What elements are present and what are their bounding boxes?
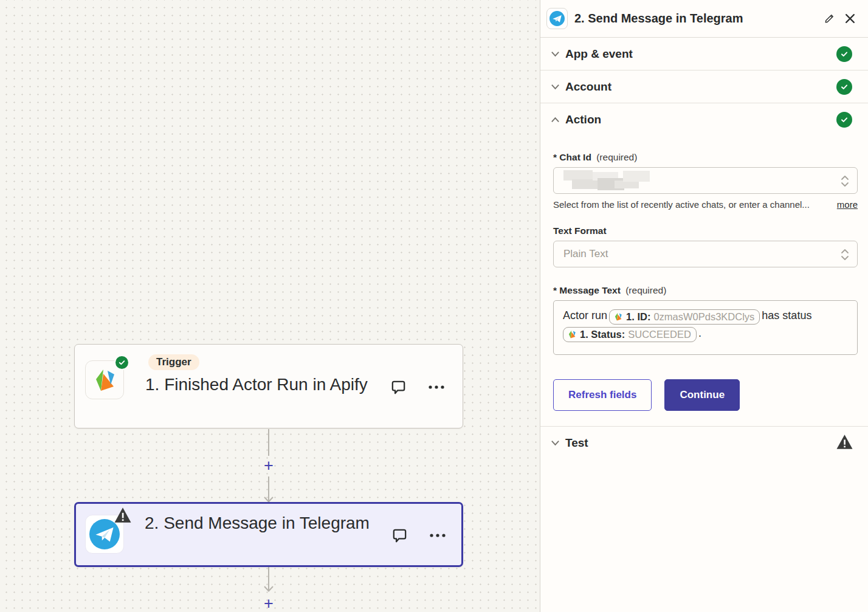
warning-triangle-icon [114,507,132,523]
refresh-fields-button[interactable]: Refresh fields [553,379,652,411]
arrow-down-icon [263,586,275,592]
check-icon [840,115,849,124]
ellipsis-icon [427,384,446,390]
chat-id-label-row: * Chat Id (required) [553,152,858,163]
section-label: Test [565,436,836,450]
required-marker: * [553,285,557,295]
step-connector: + [261,567,276,612]
section-app-event[interactable]: App & event [540,38,868,70]
section-complete-badge [836,79,852,95]
form-buttons: Refresh fields Continue [553,379,858,411]
comment-icon [390,379,407,396]
apify-logo-icon [567,329,577,339]
message-text-segment: has status [762,309,811,321]
redacted-value [563,168,661,193]
continue-button[interactable]: Continue [664,379,740,411]
check-icon [840,50,849,58]
rename-step-button[interactable] [821,11,837,27]
step-warning-badge [114,507,132,526]
required-marker: * [553,152,557,162]
chat-id-select[interactable] [553,167,858,194]
text-format-label: Text Format [553,225,607,236]
action-step-title: 2. Send Message in Telegram [145,511,370,535]
step-menu-button[interactable] [427,378,446,396]
panel-header: 2. Send Message in Telegram [540,0,868,38]
test-section-wrap: Test [540,426,868,459]
check-icon [118,359,126,366]
section-account[interactable]: Account [540,70,868,103]
message-text-label-row: * Message Text (required) [553,285,858,296]
message-text-segment: . [698,327,701,339]
chat-id-helper-text: Select from the list of recently active … [553,199,837,210]
section-label: Action [565,113,836,126]
check-icon [840,83,849,91]
telegram-app-icon [546,8,568,29]
telegram-app-icon [85,515,124,554]
token-value: 0zmasW0Pds3KDClys [653,308,754,326]
section-complete-badge [836,112,852,128]
more-link[interactable]: more [837,199,858,210]
close-icon [845,13,855,24]
pencil-icon [824,13,835,24]
add-note-button[interactable] [390,526,408,545]
step-connector: + [261,429,276,503]
add-step-button[interactable]: + [261,458,276,473]
action-form: * Chat Id (required) Select from the lis… [540,136,868,411]
chat-id-helper-row: Select from the list of recently active … [553,199,858,210]
section-action[interactable]: Action [540,103,868,136]
section-complete-badge [836,46,852,62]
comment-icon [391,527,408,545]
message-text-label: Message Text [559,285,621,295]
add-step-button[interactable]: + [261,596,276,611]
chevron-down-icon [549,81,560,92]
text-format-value: Plain Text [563,248,608,260]
select-stepper-icon [840,175,850,187]
chevron-down-icon [549,438,560,449]
step-menu-button[interactable] [429,526,447,545]
apify-app-icon [85,360,124,399]
section-warning-badge [836,434,853,452]
chevron-up-icon [549,114,560,125]
ellipsis-icon [429,532,447,538]
trigger-step-card[interactable]: Trigger 1. Finished Actor Run in Apify [74,344,463,428]
add-note-button[interactable] [389,378,407,396]
message-text-editor[interactable]: Actor run1. ID:0zmasW0Pds3KDClyshas stat… [553,300,858,355]
apify-logo-icon [613,312,623,321]
telegram-logo-icon [549,11,565,26]
trigger-badge: Trigger [148,354,199,370]
step-success-badge [114,355,129,370]
text-format-select[interactable]: Plain Text [553,241,858,267]
trigger-step-title: 1. Finished Actor Run in Apify [145,373,370,396]
chat-id-label: Chat Id [559,152,591,162]
token-value: SUCCEEDED [628,326,691,343]
section-label: Account [565,80,836,94]
required-note: (required) [596,152,637,162]
required-note: (required) [625,285,666,295]
chevron-down-icon [549,49,560,60]
section-label: App & event [565,47,836,61]
connector-line [268,429,269,456]
field-token-id[interactable]: 1. ID:0zmasW0Pds3KDClys [609,309,760,325]
step-settings-panel: 2. Send Message in Telegram App & event [540,0,868,612]
token-label: 1. Status: [580,326,625,343]
select-stepper-icon [840,249,850,261]
message-text-segment: Actor run [563,309,607,321]
panel-title: 2. Send Message in Telegram [574,12,816,26]
text-format-label-row: Text Format [553,225,858,236]
field-token-status[interactable]: 1. Status:SUCCEEDED [563,327,697,342]
section-test[interactable]: Test [540,427,868,459]
token-label: 1. ID: [626,308,650,326]
action-step-card[interactable]: 2. Send Message in Telegram [74,502,463,567]
close-panel-button[interactable] [842,11,858,27]
apify-logo-icon [91,366,118,393]
warning-triangle-icon [836,434,853,450]
